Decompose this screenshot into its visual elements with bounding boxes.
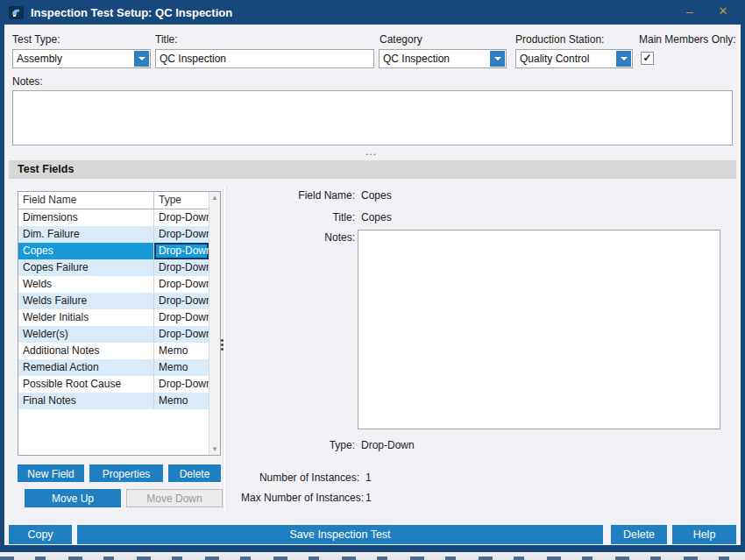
move-up-button[interactable]: Move Up — [25, 489, 121, 507]
table-row[interactable]: Possible Root CauseDrop-Down — [18, 376, 220, 393]
column-header-type[interactable]: Type — [154, 192, 209, 209]
detail-field-name-value: Copes — [361, 189, 392, 202]
cell-type: Memo — [154, 393, 209, 409]
test-type-dropdown[interactable]: Assembly — [12, 49, 151, 68]
cell-type: Drop-Down — [154, 376, 209, 393]
cell-type: Drop-Down — [154, 226, 209, 243]
notes-textarea[interactable] — [12, 90, 733, 145]
detail-field-name-label: Field Name: — [259, 189, 355, 202]
inspection-test-setup-dialog: Inspection Test Setup: QC Inspection – ✕… — [0, 0, 745, 552]
cell-field-name: Welder(s) — [18, 326, 154, 343]
cell-type: Memo — [154, 343, 209, 359]
table-row[interactable]: Final NotesMemo — [18, 393, 220, 409]
table-row[interactable]: WeldsDrop-Down — [18, 276, 220, 293]
close-button[interactable]: ✕ — [710, 2, 736, 21]
detail-title-label: Title: — [259, 211, 355, 223]
cell-field-name: Welder Initials — [18, 309, 154, 326]
window-title: Inspection Test Setup: QC Inspection — [31, 6, 232, 19]
chevron-down-icon[interactable] — [134, 51, 149, 67]
table-scrollbar[interactable]: ▲ ▼ — [209, 192, 220, 455]
cell-field-name: Copes — [18, 243, 154, 259]
delete-field-button[interactable]: Delete — [168, 464, 221, 482]
max-instances-label: Max Number of Instances: — [241, 492, 359, 504]
cell-field-name: Welds — [18, 276, 154, 293]
cell-field-name: Dimensions — [18, 209, 154, 226]
cell-field-name: Dim. Failure — [18, 226, 154, 243]
titlebar: Inspection Test Setup: QC Inspection – ✕ — [0, 0, 745, 25]
table-row[interactable]: Welds FailureDrop-Down — [18, 293, 220, 309]
copy-button[interactable]: Copy — [9, 525, 72, 544]
move-down-button[interactable]: Move Down — [126, 489, 223, 507]
help-button[interactable]: Help — [672, 525, 736, 544]
fields-table: Field Name Type DimensionsDrop-Down Dim.… — [18, 191, 221, 456]
num-instances-value: 1 — [365, 471, 372, 484]
scroll-down-icon[interactable]: ▼ — [209, 443, 220, 455]
chevron-down-icon[interactable] — [616, 51, 631, 67]
cell-field-name: Remedial Action — [18, 359, 154, 376]
cell-type: Drop-Down — [154, 276, 209, 293]
cell-type: Drop-Down — [154, 243, 209, 259]
new-field-button[interactable]: New Field — [18, 464, 84, 482]
delete-button[interactable]: Delete — [611, 525, 667, 544]
main-members-only-label: Main Members Only: — [639, 33, 736, 46]
test-type-value: Assembly — [13, 53, 133, 65]
section-splitter-grip[interactable]: ... — [365, 145, 377, 158]
main-members-only-checkbox[interactable]: ✓ — [641, 52, 654, 65]
table-row[interactable]: DimensionsDrop-Down — [18, 209, 220, 226]
production-station-value: Quality Control — [516, 53, 615, 65]
checkmark-icon: ✓ — [642, 52, 651, 64]
max-instances-value: 1 — [365, 492, 372, 504]
chevron-down-icon[interactable] — [490, 51, 505, 67]
detail-notes-label: Notes: — [259, 231, 355, 244]
cell-type: Drop-Down — [154, 259, 209, 276]
background-text-fragments — [0, 556, 745, 560]
save-inspection-test-button[interactable]: Save Inspection Test — [77, 525, 603, 544]
production-station-label: Production Station: — [515, 33, 604, 46]
production-station-dropdown[interactable]: Quality Control — [515, 49, 633, 68]
table-row[interactable]: Remedial ActionMemo — [18, 359, 220, 376]
category-label: Category — [380, 33, 422, 46]
column-header-field-name[interactable]: Field Name — [18, 192, 154, 209]
num-instances-label: Number of Instances: — [259, 471, 359, 484]
category-value: QC Inspection — [380, 53, 489, 65]
cell-type: Drop-Down — [154, 326, 209, 343]
detail-title-value: Copes — [361, 211, 392, 223]
cell-type: Drop-Down — [154, 209, 209, 226]
minimize-button[interactable]: – — [677, 2, 703, 21]
cell-type: Drop-Down — [154, 309, 209, 326]
title-input[interactable]: QC Inspection — [155, 49, 374, 68]
title-label: Title: — [155, 33, 178, 46]
test-type-label: Test Type: — [12, 33, 60, 46]
cell-field-name: Additional Notes — [18, 343, 154, 359]
detail-type-label: Type: — [259, 439, 355, 451]
cell-field-name: Welds Failure — [18, 293, 154, 309]
properties-button[interactable]: Properties — [89, 464, 163, 482]
category-dropdown[interactable]: QC Inspection — [379, 49, 507, 68]
cell-type: Drop-Down — [154, 293, 209, 309]
detail-notes-textarea[interactable] — [358, 230, 720, 429]
notes-label: Notes: — [12, 75, 43, 88]
background-window-sliver — [0, 552, 745, 560]
cell-field-name: Copes Failure — [18, 259, 154, 276]
table-row[interactable]: Dim. FailureDrop-Down — [18, 226, 220, 243]
section-title: Test Fields — [18, 160, 74, 179]
table-row[interactable]: Welder InitialsDrop-Down — [18, 309, 220, 326]
detail-type-value: Drop-Down — [361, 439, 415, 451]
table-row[interactable]: Copes FailureDrop-Down — [18, 259, 220, 276]
table-header-row: Field Name Type — [18, 192, 220, 209]
test-fields-section-header: Test Fields — [9, 160, 736, 179]
panel-splitter-grip-icon[interactable]: ••• — [219, 338, 225, 352]
cell-field-name: Final Notes — [18, 393, 154, 409]
cell-field-name: Possible Root Cause — [18, 376, 154, 393]
scroll-up-icon[interactable]: ▲ — [209, 192, 220, 203]
app-icon — [9, 6, 24, 19]
cell-type: Memo — [154, 359, 209, 376]
table-row[interactable]: Additional NotesMemo — [18, 343, 220, 359]
table-row[interactable]: Welder(s)Drop-Down — [18, 326, 220, 343]
table-row-selected[interactable]: CopesDrop-Down — [18, 243, 220, 259]
dialog-body: Test Type: Assembly Title: QC Inspection… — [4, 25, 741, 545]
